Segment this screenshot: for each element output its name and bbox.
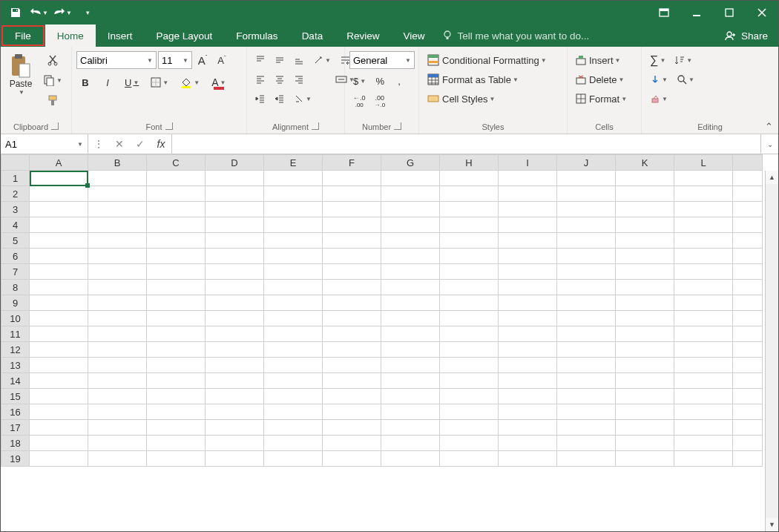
cell[interactable] xyxy=(557,326,616,342)
format-as-table-button[interactable]: Format as Table▼ xyxy=(424,70,563,88)
cell[interactable] xyxy=(206,436,264,451)
number-format-select[interactable]: General▼ xyxy=(349,51,415,69)
cell[interactable] xyxy=(323,186,381,202)
column-header[interactable]: C xyxy=(147,155,206,171)
cell[interactable] xyxy=(499,217,557,233)
row-header[interactable]: 7 xyxy=(1,264,30,280)
font-size-select[interactable]: 11▼ xyxy=(158,51,192,69)
cell[interactable] xyxy=(733,202,763,217)
cell[interactable] xyxy=(323,295,381,311)
cell[interactable] xyxy=(147,249,206,264)
cell[interactable] xyxy=(381,404,440,420)
decrease-decimal-button[interactable]: .00→.0 xyxy=(371,93,390,111)
cell[interactable] xyxy=(499,186,557,202)
cell[interactable] xyxy=(30,295,88,311)
collapse-ribbon-button[interactable]: ⌃ xyxy=(762,121,775,132)
align-center-button[interactable] xyxy=(271,70,289,88)
cell[interactable] xyxy=(30,202,88,217)
copy-button[interactable]: ▼ xyxy=(39,71,66,89)
cell[interactable] xyxy=(381,233,440,249)
cell[interactable] xyxy=(206,326,264,342)
cell[interactable] xyxy=(616,217,674,233)
cell[interactable] xyxy=(323,326,381,342)
cell[interactable] xyxy=(674,171,733,186)
cell[interactable] xyxy=(381,342,440,358)
cell[interactable] xyxy=(557,451,616,467)
row-header[interactable]: 1 xyxy=(1,171,30,186)
row-header[interactable]: 5 xyxy=(1,233,30,249)
cell[interactable] xyxy=(616,451,674,467)
column-header[interactable]: B xyxy=(88,155,147,171)
cell[interactable] xyxy=(264,295,323,311)
close-button[interactable] xyxy=(746,1,778,24)
cell[interactable] xyxy=(440,311,499,326)
cell[interactable] xyxy=(674,389,733,404)
cell[interactable] xyxy=(674,311,733,326)
cell[interactable] xyxy=(381,295,440,311)
row-header[interactable]: 15 xyxy=(1,389,30,404)
cell[interactable] xyxy=(30,171,88,186)
vertical-scrollbar[interactable]: ▲ ▼ xyxy=(765,171,778,531)
cell[interactable] xyxy=(674,249,733,264)
cell[interactable] xyxy=(381,280,440,295)
percent-style-button[interactable]: % xyxy=(371,72,389,90)
cell[interactable] xyxy=(323,233,381,249)
cell[interactable] xyxy=(323,404,381,420)
dialog-launcher[interactable] xyxy=(394,122,401,130)
cell[interactable] xyxy=(440,217,499,233)
row-header[interactable]: 3 xyxy=(1,202,30,217)
cell[interactable] xyxy=(30,233,88,249)
cell[interactable] xyxy=(499,295,557,311)
cell[interactable] xyxy=(147,202,206,217)
cell[interactable] xyxy=(674,420,733,436)
fill-color-button[interactable]: ▼ xyxy=(177,73,203,91)
options-button[interactable]: ⋮ xyxy=(88,134,109,154)
customize-qat-button[interactable]: ▾ xyxy=(76,2,97,23)
row-header[interactable]: 12 xyxy=(1,342,30,358)
cell[interactable] xyxy=(88,186,147,202)
cell[interactable] xyxy=(499,436,557,451)
cell[interactable] xyxy=(30,358,88,373)
cell[interactable] xyxy=(733,295,763,311)
cell[interactable] xyxy=(30,249,88,264)
cell[interactable] xyxy=(440,358,499,373)
cell[interactable] xyxy=(206,311,264,326)
tab-formulas[interactable]: Formulas xyxy=(224,24,289,47)
cell[interactable] xyxy=(440,249,499,264)
cell[interactable] xyxy=(616,280,674,295)
share-button[interactable]: Share xyxy=(714,24,778,47)
cell[interactable] xyxy=(499,358,557,373)
cell[interactable] xyxy=(733,342,763,358)
increase-indent-button[interactable] xyxy=(271,90,289,108)
cell[interactable] xyxy=(557,249,616,264)
decrease-indent-button[interactable] xyxy=(252,90,269,108)
cell[interactable] xyxy=(206,171,264,186)
cell[interactable] xyxy=(440,451,499,467)
autosum-button[interactable]: ∑▼ xyxy=(646,51,669,69)
cell[interactable] xyxy=(147,451,206,467)
column-header[interactable]: K xyxy=(616,155,674,171)
tab-home[interactable]: Home xyxy=(45,24,96,47)
cell[interactable] xyxy=(557,420,616,436)
cell[interactable] xyxy=(499,404,557,420)
cell[interactable] xyxy=(674,186,733,202)
scroll-up-button[interactable]: ▲ xyxy=(766,171,778,184)
column-header[interactable]: J xyxy=(557,155,616,171)
paste-button[interactable]: Paste ▼ xyxy=(5,50,36,99)
cell[interactable] xyxy=(440,373,499,389)
cell[interactable] xyxy=(206,295,264,311)
redo-button[interactable]: ▼ xyxy=(53,2,73,23)
cell[interactable] xyxy=(557,311,616,326)
cell[interactable] xyxy=(499,420,557,436)
row-header[interactable]: 13 xyxy=(1,358,30,373)
cell[interactable] xyxy=(440,264,499,280)
cell[interactable] xyxy=(206,420,264,436)
select-all-corner[interactable] xyxy=(1,155,30,171)
cell[interactable] xyxy=(88,295,147,311)
cell[interactable] xyxy=(733,420,763,436)
tab-insert[interactable]: Insert xyxy=(96,24,145,47)
cell[interactable] xyxy=(557,171,616,186)
tab-review[interactable]: Review xyxy=(335,24,391,47)
cell[interactable] xyxy=(381,217,440,233)
cell[interactable] xyxy=(499,311,557,326)
